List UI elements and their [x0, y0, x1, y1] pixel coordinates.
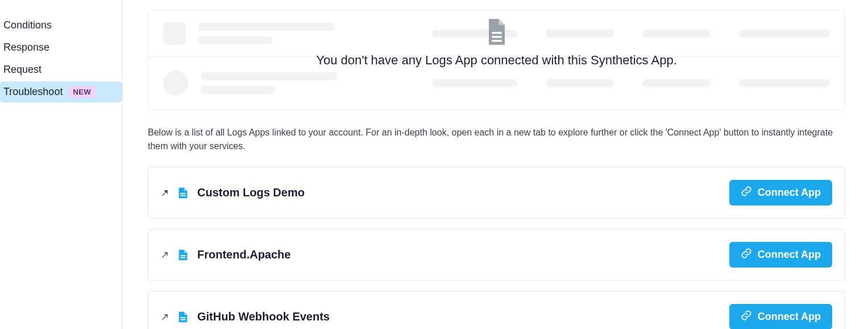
skeleton-pill: [739, 30, 830, 38]
description-text: Below is a list of all Logs Apps linked …: [148, 126, 845, 153]
document-icon: [177, 311, 189, 323]
sidebar-item-conditions[interactable]: Conditions: [0, 15, 122, 36]
connect-button-label: Connect App: [758, 311, 821, 323]
main-content: You don't have any Logs App connected wi…: [123, 0, 868, 329]
link-icon: [741, 186, 752, 200]
open-in-new-icon[interactable]: [161, 313, 169, 321]
app-name: GitHub Webhook Events: [197, 310, 330, 323]
sidebar-item-label: Request: [3, 64, 41, 76]
document-icon: [177, 187, 189, 199]
svg-rect-8: [180, 319, 185, 320]
skeleton-pill: [432, 79, 517, 87]
connect-app-button[interactable]: Connect App: [729, 180, 832, 205]
connect-app-button[interactable]: Connect App: [729, 304, 832, 329]
link-icon: [741, 310, 752, 324]
sidebar-item-label: Conditions: [3, 19, 52, 31]
sidebar-item-response[interactable]: Response: [0, 37, 122, 58]
app-name: Frontend.Apache: [197, 248, 290, 261]
sidebar-item-label: Troubleshoot: [3, 86, 63, 98]
svg-rect-3: [180, 193, 185, 194]
sidebar-item-troubleshoot[interactable]: Troubleshoot NEW: [0, 81, 122, 102]
sidebar-item-label: Response: [3, 42, 49, 54]
skeleton-pill: [739, 79, 830, 87]
skeleton-pill: [432, 30, 517, 38]
connect-button-label: Connect App: [758, 187, 821, 199]
sidebar: Conditions Response Request Troubleshoot…: [0, 0, 123, 329]
skeleton-line: [201, 72, 337, 80]
connect-app-button[interactable]: Connect App: [729, 242, 832, 268]
logs-app-row: Frontend.Apache Connect App: [148, 229, 845, 281]
skeleton-pill: [642, 30, 711, 38]
document-icon: [177, 249, 189, 261]
svg-rect-5: [180, 255, 185, 256]
app-name: Custom Logs Demo: [197, 186, 305, 199]
skeleton-avatar: [163, 22, 186, 45]
svg-rect-7: [180, 317, 185, 318]
link-icon: [741, 248, 752, 262]
skeleton-line: [198, 23, 335, 31]
logs-app-row: GitHub Webhook Events Connect App: [148, 291, 845, 329]
connect-button-label: Connect App: [758, 249, 821, 261]
skeleton-lines: [198, 23, 335, 44]
empty-state-card: You don't have any Logs App connected wi…: [148, 10, 845, 110]
sidebar-item-request[interactable]: Request: [0, 59, 122, 80]
open-in-new-icon[interactable]: [161, 189, 169, 197]
open-in-new-icon[interactable]: [161, 251, 169, 259]
skeleton-pill: [546, 79, 614, 87]
skeleton-lines: [201, 72, 337, 94]
new-badge: NEW: [68, 86, 95, 98]
skeleton-avatar: [163, 71, 188, 96]
svg-rect-6: [180, 257, 185, 258]
svg-rect-4: [180, 195, 185, 196]
skeleton-pill: [642, 79, 711, 87]
skeleton-line: [201, 86, 275, 94]
skeleton-row: [148, 56, 845, 109]
skeleton-pill: [546, 30, 614, 38]
skeleton-line: [198, 36, 272, 44]
logs-app-row: Custom Logs Demo Connect App: [148, 167, 845, 219]
skeleton-row: [148, 11, 845, 56]
